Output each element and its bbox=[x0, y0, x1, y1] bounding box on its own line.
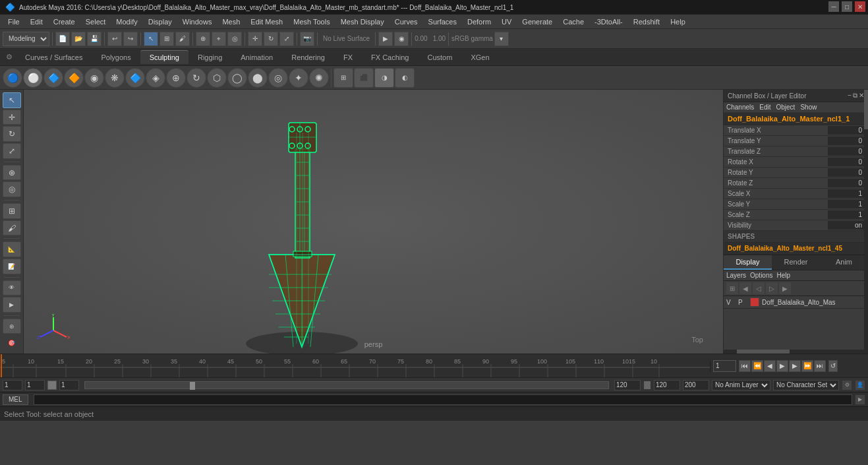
select-tool-btn[interactable]: ↖ bbox=[3, 92, 21, 108]
current-time-input[interactable] bbox=[25, 380, 45, 390]
menu-help[interactable]: Help bbox=[665, 16, 691, 27]
snap-point-icon[interactable]: ◎ bbox=[227, 32, 242, 46]
menu-deform[interactable]: Deform bbox=[462, 16, 496, 27]
layer-next2-icon[interactable]: ▶ bbox=[779, 282, 791, 294]
timeline-ruler[interactable]: 5 10 15 20 25 30 35 40 45 50 55 60 65 70… bbox=[0, 354, 710, 378]
cb-translate-z-input[interactable] bbox=[828, 147, 864, 156]
cb-edit-menu[interactable]: Edit bbox=[759, 104, 770, 111]
maximize-button[interactable]: □ bbox=[842, 1, 852, 12]
cb-rotate-x-input[interactable] bbox=[828, 158, 864, 166]
menu-edit[interactable]: Edit bbox=[25, 16, 48, 27]
char-icon2[interactable]: 👤 bbox=[855, 380, 865, 390]
close-button[interactable]: ✕ bbox=[855, 1, 865, 12]
menu-curves[interactable]: Curves bbox=[390, 16, 423, 27]
frame-slider-handle[interactable] bbox=[190, 382, 195, 390]
jump-start-btn[interactable]: ⏮ bbox=[739, 360, 751, 372]
menu-cache[interactable]: Cache bbox=[558, 16, 589, 27]
menu-surfaces[interactable]: Surfaces bbox=[423, 16, 462, 27]
cb-scale-z-input[interactable] bbox=[828, 210, 864, 219]
layers-menu-help[interactable]: Help bbox=[776, 272, 790, 279]
shelf-tool-3[interactable]: 🔷 bbox=[43, 68, 63, 88]
camera-btn[interactable]: 🎯 bbox=[3, 335, 21, 350]
shelf-display-icon[interactable]: ◐ bbox=[395, 68, 415, 88]
play-btn[interactable]: ▶ bbox=[776, 360, 788, 372]
layer-prev-icon[interactable]: ◀ bbox=[739, 282, 751, 294]
workspace-gear-icon[interactable]: ⚙ bbox=[3, 51, 16, 64]
shelf-tool-12[interactable]: ◯ bbox=[227, 68, 247, 88]
tab-animation[interactable]: Animation bbox=[231, 51, 282, 64]
shelf-tool-9[interactable]: ⊕ bbox=[166, 68, 186, 88]
shelf-tool-13[interactable]: ⬤ bbox=[248, 68, 268, 88]
mel-command-input[interactable] bbox=[34, 394, 852, 405]
frame-box-left[interactable] bbox=[59, 380, 79, 390]
shelf-tool-16[interactable]: ✺ bbox=[309, 68, 329, 88]
shelf-tool-7[interactable]: 🔷 bbox=[125, 68, 145, 88]
shelf-tool-5[interactable]: ◉ bbox=[84, 68, 104, 88]
cb-float-icon[interactable]: ⧉ bbox=[853, 92, 857, 100]
tab-rigging[interactable]: Rigging bbox=[188, 51, 231, 64]
range-end-input[interactable] bbox=[614, 380, 641, 390]
shelf-tool-6[interactable]: ❋ bbox=[105, 68, 125, 88]
cb-show-menu[interactable]: Show bbox=[800, 104, 817, 111]
shelf-tool-8[interactable]: ◈ bbox=[146, 68, 165, 88]
scrollbar-thumb[interactable] bbox=[864, 90, 868, 129]
shelf-grid-icon[interactable]: ⊞ bbox=[333, 68, 353, 88]
annotation-btn[interactable]: 📝 bbox=[3, 259, 21, 274]
tab-display[interactable]: Display bbox=[724, 255, 772, 270]
shelf-tool-14[interactable]: ◎ bbox=[268, 68, 288, 88]
ipr-icon[interactable]: ◉ bbox=[394, 32, 409, 46]
menu-mesh-display[interactable]: Mesh Display bbox=[335, 16, 390, 27]
char-icon1[interactable]: ⚙ bbox=[842, 380, 852, 390]
menu-redshift[interactable]: Redshift bbox=[628, 16, 665, 27]
tab-curves-surfaces[interactable]: Curves / Surfaces bbox=[16, 51, 92, 64]
menu-create[interactable]: Create bbox=[48, 16, 80, 27]
rotate-tool-btn[interactable]: ↻ bbox=[3, 126, 21, 142]
layer-add-icon[interactable]: ⊞ bbox=[726, 282, 738, 294]
soft-modify-btn[interactable]: ◎ bbox=[3, 181, 21, 197]
rotate-tool-icon[interactable]: ↻ bbox=[264, 32, 278, 46]
prev-frame-btn[interactable]: ◀ bbox=[764, 360, 776, 372]
playback-start-input[interactable] bbox=[683, 380, 709, 390]
cb-translate-x-input[interactable] bbox=[828, 126, 864, 135]
show-hide-btn[interactable]: 👁 bbox=[3, 280, 21, 296]
snap-grid-icon[interactable]: ⊕ bbox=[196, 32, 210, 46]
new-file-icon[interactable]: 📄 bbox=[55, 32, 70, 46]
loop-btn[interactable]: ↺ bbox=[828, 360, 838, 372]
render-icon[interactable]: ▶ bbox=[378, 32, 393, 46]
paint-select-btn[interactable]: 🖌 bbox=[3, 220, 21, 236]
move-tool-btn[interactable]: ✛ bbox=[3, 109, 21, 125]
prev-key-btn[interactable]: ⏪ bbox=[751, 360, 763, 372]
viewport[interactable]: View Shading Lighting Show Renderer Pane… bbox=[24, 90, 723, 354]
cb-translate-y-input[interactable] bbox=[828, 137, 864, 145]
move-tool-icon[interactable]: ✛ bbox=[248, 32, 262, 46]
layer-name[interactable]: Doff_Balalaika_Alto_Mas bbox=[762, 299, 865, 306]
layer-visibility[interactable]: V bbox=[726, 299, 736, 306]
current-frame-input[interactable] bbox=[713, 360, 736, 372]
minimize-button[interactable]: ─ bbox=[828, 1, 839, 12]
cb-object-menu[interactable]: Object bbox=[776, 104, 796, 111]
workspace-selector[interactable]: Modeling bbox=[3, 32, 49, 46]
shelf-tool-1[interactable]: 🔵 bbox=[3, 68, 22, 88]
camera-icon[interactable]: 📷 bbox=[300, 32, 314, 46]
anim-layer-select[interactable]: No Anim Layer bbox=[712, 380, 770, 390]
snap-obj-btn[interactable]: ⊛ bbox=[3, 319, 21, 334]
menu-generate[interactable]: Generate bbox=[517, 16, 558, 27]
redo-icon[interactable]: ↪ bbox=[123, 32, 138, 46]
tab-polygons[interactable]: Polygons bbox=[92, 51, 140, 64]
cb-minimize-icon[interactable]: − bbox=[848, 92, 852, 100]
menu-uv[interactable]: UV bbox=[496, 16, 517, 27]
layer-color-swatch[interactable] bbox=[750, 297, 759, 307]
tab-fx-caching[interactable]: FX Caching bbox=[362, 51, 418, 64]
tab-fx[interactable]: FX bbox=[334, 51, 362, 64]
cb-rotate-y-input[interactable] bbox=[828, 168, 864, 177]
next-frame-btn[interactable]: ▶ bbox=[789, 360, 801, 372]
next-key-btn[interactable]: ⏩ bbox=[801, 360, 813, 372]
shelf-sym-icon[interactable]: ⬛ bbox=[354, 68, 374, 88]
char-set-select[interactable]: No Character Set bbox=[773, 380, 839, 390]
cb-close-icon[interactable]: ✕ bbox=[859, 92, 864, 100]
layers-menu-layers[interactable]: Layers bbox=[726, 272, 746, 279]
menu-edit-mesh[interactable]: Edit Mesh bbox=[245, 16, 288, 27]
menu-mesh-tools[interactable]: Mesh Tools bbox=[288, 16, 335, 27]
colorspace-dropdown-icon[interactable]: ▾ bbox=[494, 32, 509, 46]
undo-icon[interactable]: ↩ bbox=[107, 32, 122, 46]
